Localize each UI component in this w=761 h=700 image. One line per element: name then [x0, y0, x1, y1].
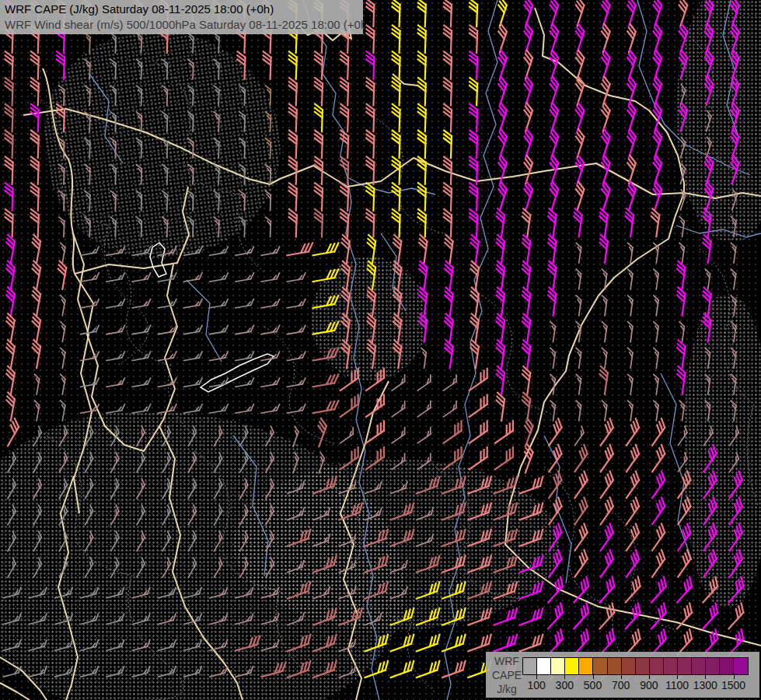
wind-barb: [183, 640, 203, 650]
wind-barb: [314, 78, 323, 105]
wind-barb: [469, 78, 477, 105]
wind-barb: [311, 477, 339, 493]
wind-barb: [519, 366, 531, 394]
wind-barb: [235, 325, 255, 334]
wind-barb: [286, 378, 306, 387]
wind-barb: [415, 534, 435, 546]
legend-swatch: [593, 657, 607, 675]
wind-barb: [651, 374, 658, 394]
wind-barb: [79, 614, 99, 624]
wind-barb: [728, 401, 736, 421]
wind-barb: [548, 401, 556, 421]
wind-barb: [493, 0, 508, 26]
wind-barb: [442, 235, 454, 263]
wind-barb: [183, 404, 203, 413]
wind-barb: [288, 183, 297, 210]
wind-barb: [570, 129, 585, 157]
wind-barb: [106, 299, 126, 308]
wind-barb: [727, 190, 738, 210]
wind-barb: [260, 299, 281, 308]
wind-barb: [81, 531, 96, 551]
wind-barb: [443, 183, 452, 210]
wind-barb: [54, 453, 69, 472]
wind-barb: [157, 299, 177, 308]
wind-barb: [622, 129, 637, 157]
wind-barb: [339, 235, 351, 263]
wind-barb: [648, 129, 663, 157]
wind-barb: [162, 59, 168, 79]
wind-barb: [365, 51, 374, 79]
wind-barb: [28, 587, 48, 597]
wind-barb: [158, 558, 173, 577]
legend-swatch: [565, 657, 579, 675]
wind-barb: [286, 299, 306, 308]
wind-barb: [441, 375, 459, 390]
wind-barb: [466, 556, 494, 572]
wind-barb: [672, 550, 693, 576]
legend-tick: [734, 674, 735, 679]
wind-barb: [517, 530, 545, 546]
wind-barb: [187, 33, 194, 53]
wind-barb: [106, 505, 121, 524]
wind-barb: [236, 558, 250, 577]
wind-barb: [84, 86, 90, 105]
wind-barb: [132, 558, 147, 577]
wind-barb: [673, 51, 689, 79]
wind-barb: [311, 608, 339, 625]
wind-barb: [2, 614, 23, 624]
wind-barb: [519, 393, 531, 421]
wind-barb: [703, 374, 710, 394]
wind-barb: [491, 477, 519, 493]
wind-barb: [646, 471, 668, 498]
wind-barb: [363, 508, 383, 520]
wind-barb: [183, 426, 198, 446]
wind-barb: [340, 209, 348, 236]
wind-barb: [648, 208, 660, 236]
wind-barb: [265, 138, 271, 158]
wind-barb: [543, 550, 564, 576]
wind-barb: [131, 404, 152, 413]
wind-barb: [700, 426, 715, 445]
wind-barb: [595, 550, 616, 576]
wind-barb: [673, 24, 689, 52]
wind-barb: [5, 156, 13, 184]
wind-barb: [648, 24, 663, 52]
wind-barb: [80, 325, 100, 334]
wind-barb: [312, 243, 340, 255]
legend-swatch: [551, 657, 565, 675]
wind-barb: [285, 661, 313, 677]
wind-barb: [3, 313, 16, 341]
wind-barb: [187, 138, 194, 158]
wind-barb: [675, 261, 686, 289]
wind-barb: [2, 587, 23, 597]
wind-barb: [2, 640, 23, 650]
wind-barb: [675, 85, 686, 105]
legend-tick-label: 1500: [717, 679, 751, 691]
wind-barb: [183, 667, 203, 677]
wind-barb: [414, 635, 442, 651]
legend-swatch: [522, 657, 537, 675]
wind-barb: [700, 235, 712, 263]
wind-barb: [574, 374, 581, 394]
wind-barb: [80, 247, 100, 255]
wind-barb: [388, 635, 416, 651]
wind-barb: [677, 401, 685, 421]
wind-barb: [728, 348, 736, 369]
wind-barb: [389, 401, 407, 417]
wind-barb: [440, 503, 468, 520]
wind-barb: [491, 503, 519, 520]
wind-barb: [415, 508, 435, 520]
wind-barb: [187, 112, 194, 131]
wind-barb: [3, 505, 18, 524]
wind-barb: [724, 498, 745, 524]
wind-barb: [285, 530, 313, 546]
wind-barb: [494, 366, 505, 394]
wind-barb: [519, 235, 531, 263]
wind-barb: [700, 288, 712, 316]
wind-barb: [5, 183, 13, 210]
wind-barb: [651, 296, 658, 316]
wind-barb: [235, 378, 255, 387]
wind-barb: [210, 505, 225, 524]
wind-barb: [265, 86, 271, 105]
wind-barb: [697, 471, 719, 498]
